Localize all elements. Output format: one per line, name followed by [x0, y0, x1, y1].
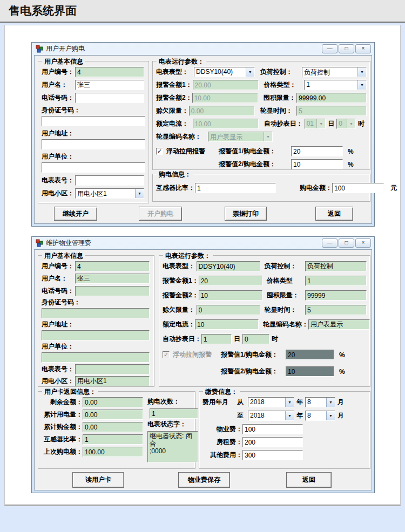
hoard-limit-input[interactable]	[296, 93, 367, 103]
open-purchase-button[interactable]: 开户购电	[139, 207, 182, 221]
chevron-down-icon[interactable]: ▼	[135, 189, 144, 198]
auto-read-day-input[interactable]	[201, 334, 232, 344]
address-input[interactable]	[42, 139, 145, 149]
meter-status-textarea[interactable]: 继电器状态: 闭合 ;0000	[147, 431, 198, 462]
id-card-input[interactable]	[42, 116, 145, 126]
purchase-count-input[interactable]	[150, 408, 198, 419]
from-month-combobox[interactable]: 8 ▼	[305, 397, 335, 407]
alarm-amount2-input[interactable]	[192, 93, 258, 103]
user-name-input[interactable]	[75, 80, 144, 90]
chevron-down-icon[interactable]: ▼	[357, 67, 366, 77]
alarm-amount2-input[interactable]	[199, 290, 262, 301]
window2-titlebar[interactable]: 维护物业管理费 — □ ×	[34, 237, 372, 249]
load-control-combobox[interactable]: 负荷控制 ▼	[302, 67, 367, 77]
property-fee-label: 物业费：	[202, 425, 242, 434]
chevron-down-icon[interactable]: ▼	[285, 398, 294, 407]
alarm-amount1-input[interactable]	[193, 80, 259, 90]
rent-fee-input[interactable]	[242, 437, 303, 447]
purchase-amount-input[interactable]	[332, 183, 384, 193]
alarm-ratio2-input[interactable]	[291, 159, 343, 169]
save-property-fee-button[interactable]: 物业费保存	[178, 472, 230, 488]
window1-client: 用户基本信息 用户编号： 用户名： 电话号码： 身份证号码：	[34, 55, 372, 224]
cycle-code-combobox[interactable]: 用户表显示 ▼	[208, 132, 273, 142]
window2-controls: — □ ×	[322, 238, 371, 248]
chevron-down-icon[interactable]: ▼	[316, 119, 325, 128]
phone-input[interactable]	[75, 286, 150, 296]
read-card-button[interactable]: 读用户卡	[72, 472, 124, 488]
print-receipt-button[interactable]: 票据打印	[225, 207, 267, 221]
chevron-down-icon[interactable]: ▼	[357, 80, 366, 90]
alarm-ratio2-label: 报警值2/购电金额：	[221, 367, 286, 376]
minimize-icon[interactable]: —	[322, 44, 338, 53]
property-fee-input[interactable]	[242, 424, 303, 434]
cycle-time-input[interactable]	[296, 106, 367, 116]
page-title: 售电系统界面	[0, 3, 77, 18]
chevron-down-icon[interactable]: ▼	[326, 398, 335, 407]
window1-titlebar[interactable]: 用户开户购电 — □ ×	[34, 43, 372, 55]
close-icon[interactable]: ×	[355, 238, 371, 248]
group-legend: 购电信息：	[157, 170, 193, 179]
group-legend: 缴费信息：	[203, 387, 240, 397]
alarm-ratio2-input[interactable]	[286, 366, 334, 377]
credit-limit-input[interactable]	[197, 305, 260, 315]
close-icon[interactable]: ×	[355, 44, 371, 53]
maximize-icon[interactable]: □	[339, 44, 354, 53]
meter-status-label: 电表状态字：	[147, 420, 186, 429]
float-trip-checkbox[interactable]: ✓	[156, 148, 163, 155]
to-year-combobox[interactable]: 2018 ▼	[248, 411, 294, 421]
from-year-value: 2018	[248, 398, 285, 407]
chevron-down-icon[interactable]: ▼	[347, 119, 355, 128]
chevron-down-icon[interactable]: ▼	[285, 411, 294, 420]
rated-current-input[interactable]	[195, 319, 259, 330]
district-label: 用电小区：	[42, 189, 75, 198]
float-trip-checkbox[interactable]: ✓	[163, 351, 170, 358]
auto-read-day-combobox[interactable]: 01 ▼	[305, 119, 326, 129]
auto-read-hour-input[interactable]	[242, 334, 269, 344]
credit-limit-input[interactable]	[189, 106, 255, 116]
price-type-combobox[interactable]: 1 ▼	[304, 80, 367, 90]
hoard-limit-input[interactable]	[305, 290, 367, 301]
unit-input[interactable]	[42, 352, 150, 363]
alarm-ratio1-input[interactable]	[291, 146, 343, 156]
phone-input[interactable]	[75, 93, 144, 103]
address-input[interactable]	[42, 330, 150, 340]
chevron-down-icon[interactable]: ▼	[326, 411, 335, 420]
minimize-icon[interactable]: —	[322, 238, 338, 248]
user-id-input[interactable]	[75, 67, 144, 77]
load-control-input[interactable]	[305, 261, 367, 271]
last-purchase-input[interactable]	[83, 447, 143, 457]
other-fee-input[interactable]	[242, 450, 303, 460]
remaining-amount-input[interactable]	[83, 397, 143, 407]
user-name-input[interactable]	[75, 274, 150, 284]
back-button[interactable]: 返回	[286, 472, 332, 488]
auto-read-hour-combobox[interactable]: 0 ▼	[336, 119, 356, 129]
district-combobox[interactable]: 用电小区1 ▼	[75, 188, 144, 199]
id-card-input[interactable]	[42, 308, 150, 318]
rated-current-input[interactable]	[193, 119, 259, 129]
meter-no-input[interactable]	[75, 364, 150, 374]
meter-no-label: 电表表号：	[42, 365, 75, 374]
cycle-code-input[interactable]	[308, 319, 370, 330]
meter-type-input[interactable]	[197, 261, 260, 271]
meter-no-input[interactable]	[75, 175, 144, 186]
total-usage-input[interactable]	[83, 410, 143, 420]
cycle-time-input[interactable]	[305, 305, 367, 315]
back-button[interactable]: 返回	[315, 207, 353, 221]
to-month-combobox[interactable]: 8 ▼	[305, 411, 335, 421]
continue-open-button[interactable]: 继续开户	[54, 207, 97, 221]
unit-input[interactable]	[42, 162, 145, 173]
maximize-icon[interactable]: □	[339, 238, 354, 248]
ct-ratio-input[interactable]	[195, 183, 276, 193]
window2-client: 用户基本信息 用户编号： 用户名： 电话号码： 身份证号码：	[34, 249, 372, 490]
alarm-ratio1-input[interactable]	[286, 350, 334, 360]
alarm-amount1-input[interactable]	[199, 276, 262, 286]
price-type-input[interactable]	[305, 276, 367, 286]
chevron-down-icon[interactable]: ▼	[264, 132, 272, 141]
total-amount-input[interactable]	[83, 422, 143, 432]
user-id-input[interactable]	[75, 261, 150, 271]
meter-type-combobox[interactable]: DDSY10(40) ▼	[194, 67, 255, 77]
chevron-down-icon[interactable]: ▼	[246, 67, 254, 77]
from-year-combobox[interactable]: 2018 ▼	[248, 397, 294, 407]
ct-ratio-input[interactable]	[83, 434, 143, 445]
district-input[interactable]	[75, 376, 150, 386]
